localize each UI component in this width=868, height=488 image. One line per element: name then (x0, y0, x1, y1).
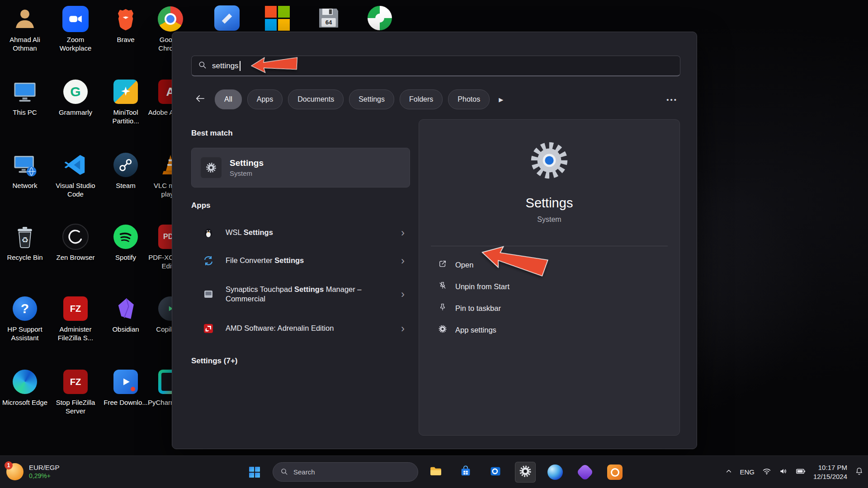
widget-currency-pair: EUR/EGP (29, 464, 60, 472)
weather-widget-icon: 1 (6, 463, 24, 481)
settings-gear-large-icon (528, 139, 571, 184)
loop-icon (579, 466, 591, 479)
result-synaptics-settings[interactable]: Synaptics Touchpad Settings Manager – Co… (191, 277, 410, 311)
this-pc-icon (10, 77, 39, 106)
hidden-icons-chevron[interactable] (726, 468, 732, 476)
chevron-right-icon[interactable]: › (401, 289, 405, 300)
desktop-icon-green-swirl[interactable] (356, 4, 403, 33)
microsoft-store-icon (459, 465, 472, 479)
desktop-icon-spotify[interactable]: Spotify (102, 222, 149, 262)
filezilla-stop-icon: FZ (61, 367, 90, 396)
search-icon (280, 468, 288, 477)
desktop-icon-minitool[interactable]: MiniTool Partitio... (102, 77, 149, 126)
desktop-icon-grammarly[interactable]: G Grammarly (52, 77, 99, 117)
back-arrow-icon (195, 94, 205, 105)
annotation-arrow-search-query (250, 53, 299, 76)
best-match-result[interactable]: Settings System (191, 148, 410, 188)
settings-gear-icon (201, 157, 222, 178)
desktop-icon-edge[interactable]: Microsoft Edge (1, 367, 48, 407)
chevron-right-icon[interactable]: › (401, 227, 405, 238)
desktop-icon-brave[interactable]: Brave (102, 5, 149, 44)
taskbar-loop[interactable] (575, 462, 595, 483)
desktop-icon-vscode[interactable]: Visual Studio Code (52, 150, 99, 199)
preview-panel: Settings System Open Unpin from Start Pi… (419, 119, 680, 436)
chevron-right-icon[interactable]: › (401, 323, 405, 334)
recycle-bin-icon: ♻ (10, 222, 39, 251)
settings-gear-icon (519, 465, 532, 480)
start-button[interactable] (244, 462, 265, 483)
best-match-subtitle: System (230, 169, 264, 177)
desktop-icon-microsoft-365[interactable] (254, 4, 301, 33)
app-settings-gear-icon (438, 324, 447, 335)
filter-tab-settings[interactable]: Settings (349, 89, 394, 109)
taskbar-store[interactable] (455, 462, 476, 483)
taskbar-copilot[interactable] (545, 462, 566, 483)
chevron-right-icon[interactable]: › (401, 255, 405, 266)
desktop-icon-filezilla-admin[interactable]: FZ Administer FileZilla S... (52, 294, 99, 343)
search-query-text: settings (212, 61, 239, 70)
file-explorer-icon (429, 465, 443, 480)
search-options-ellipsis[interactable]: ••• (666, 96, 678, 103)
floppy-64-icon: 64 (314, 4, 343, 33)
svg-text:64: 64 (326, 19, 332, 26)
filter-tab-folders[interactable]: Folders (400, 89, 443, 109)
svg-text:♻: ♻ (21, 235, 28, 244)
tray-time: 10:17 PM (813, 463, 847, 472)
desktop-icon-floppy-64[interactable]: 64 (305, 4, 352, 33)
taskbar-orange-app[interactable] (604, 462, 625, 483)
desktop-icon-blue-app[interactable] (203, 4, 250, 33)
network-icon (10, 150, 39, 179)
synaptics-icon (202, 289, 215, 300)
free-download-manager-icon (111, 367, 140, 396)
desktop-icon-zen-browser[interactable]: Zen Browser (52, 222, 99, 262)
filter-tab-all[interactable]: All (215, 89, 242, 109)
wifi-icon[interactable] (762, 467, 771, 478)
desktop-icon-steam[interactable]: Steam (102, 150, 149, 190)
language-indicator[interactable]: ENG (740, 468, 755, 476)
start-search-panel: settings All Apps Documents Settings Fol… (172, 32, 697, 449)
action-pin-to-taskbar[interactable]: Pin to taskbar (431, 297, 668, 319)
result-amd-adrenalin[interactable]: AMD Software: Adrenalin Edition › (191, 317, 410, 340)
filter-tab-photos[interactable]: Photos (448, 89, 490, 109)
taskbar-file-explorer[interactable] (425, 462, 446, 483)
widget-change-value: 0,29%+ (29, 472, 60, 480)
battery-icon[interactable] (796, 466, 806, 478)
desktop-icon-user-folder[interactable]: Ahmad Ali Othman (1, 5, 48, 53)
desktop-icon-network[interactable]: Network (1, 150, 48, 190)
filter-tab-apps[interactable]: Apps (247, 89, 283, 109)
taskbar-search-box[interactable]: Search (273, 462, 418, 482)
result-file-converter-settings[interactable]: File Converter Settings › (191, 249, 410, 272)
more-filters-icon[interactable]: ▶ (499, 96, 503, 103)
action-unpin-from-start[interactable]: Unpin from Start (431, 276, 668, 297)
user-folder-icon (10, 5, 39, 33)
best-match-title: Settings (230, 158, 264, 168)
desktop-icon-filezilla-stop[interactable]: FZ Stop FileZilla Server (52, 367, 99, 416)
desktop-icon-recycle-bin[interactable]: ♻ Recycle Bin (1, 222, 48, 262)
notifications-bell-icon[interactable] (855, 467, 863, 477)
volume-icon[interactable] (779, 467, 788, 478)
wsl-icon (202, 227, 215, 238)
result-wsl-settings[interactable]: WSL Settings › (191, 221, 410, 244)
taskbar-outlook[interactable] (485, 462, 506, 483)
desktop-icon-hp-support[interactable]: ? HP Support Assistant (1, 294, 48, 343)
zen-browser-icon (61, 222, 90, 251)
apps-heading: Apps (191, 201, 211, 210)
taskbar-widget[interactable]: 1 EUR/EGP 0,29%+ (6, 456, 60, 488)
desktop-icon-this-pc[interactable]: This PC (1, 77, 48, 117)
clock[interactable]: 10:17 PM 12/15/2024 (813, 463, 847, 481)
desktop-icon-zoom[interactable]: Zoom Workplace (52, 5, 99, 53)
green-swirl-icon (365, 4, 394, 33)
back-button[interactable] (191, 90, 209, 108)
widget-badge: 1 (5, 461, 13, 469)
outlook-icon (489, 465, 502, 479)
taskbar-settings[interactable] (515, 462, 536, 483)
desktop-icon-obsidian[interactable]: Obsidian (102, 294, 149, 334)
spotify-icon (111, 222, 140, 251)
file-converter-icon (202, 255, 215, 266)
desktop-icon-fdm[interactable]: Free Downlo... (102, 367, 149, 407)
filezilla-admin-icon: FZ (61, 294, 90, 323)
filter-tab-documents[interactable]: Documents (288, 89, 344, 109)
windows-logo-icon (249, 467, 260, 478)
text-caret (240, 61, 241, 71)
action-app-settings[interactable]: App settings (431, 319, 668, 341)
